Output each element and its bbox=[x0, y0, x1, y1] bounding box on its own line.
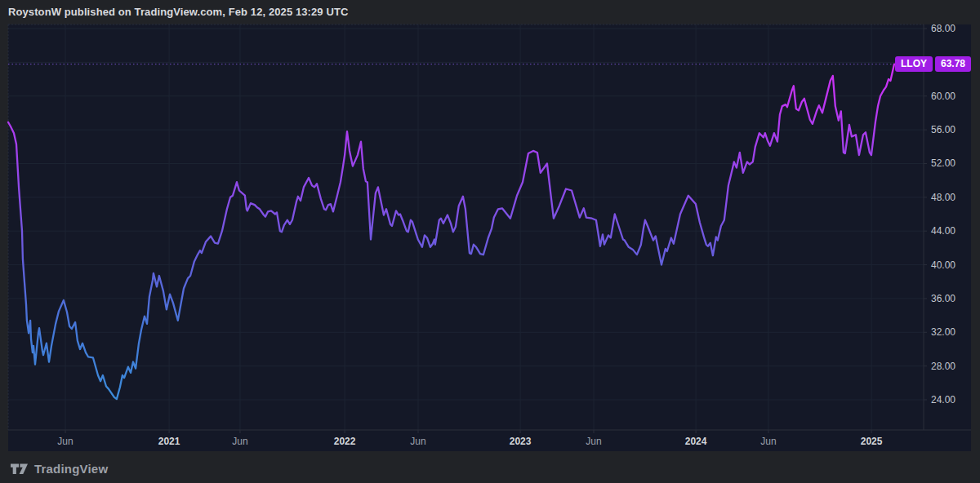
x-axis-label: Jun bbox=[392, 435, 444, 448]
y-axis-label: 56.00 bbox=[931, 123, 970, 136]
y-axis-label: 36.00 bbox=[931, 292, 970, 305]
x-axis-label: Jun bbox=[39, 435, 91, 448]
y-axis-label: 24.00 bbox=[931, 393, 970, 406]
y-axis-label: 48.00 bbox=[931, 191, 970, 204]
brand-name: TradingView bbox=[34, 462, 108, 476]
x-axis-label: 2024 bbox=[670, 435, 722, 448]
footer-bar: TradingView bbox=[10, 459, 108, 478]
x-axis-label: Jun bbox=[214, 435, 266, 448]
price-chart[interactable] bbox=[0, 0, 980, 483]
last-price-badge: LLOY 63.78 bbox=[895, 56, 971, 72]
price-value-badge: 63.78 bbox=[935, 56, 971, 72]
y-axis-label: 44.00 bbox=[931, 224, 970, 237]
symbol-badge: LLOY bbox=[895, 56, 933, 72]
x-axis-label: 2023 bbox=[494, 435, 546, 448]
y-axis-label: 40.00 bbox=[931, 259, 970, 272]
y-axis-label: 28.00 bbox=[931, 360, 970, 373]
x-axis-label: 2025 bbox=[845, 435, 898, 448]
y-axis-label: 68.00 bbox=[931, 22, 970, 35]
x-axis-label: Jun bbox=[568, 435, 620, 448]
y-axis-label: 32.00 bbox=[931, 326, 970, 339]
x-axis-label: 2022 bbox=[318, 435, 371, 448]
x-axis-label: 2021 bbox=[143, 435, 195, 448]
y-axis-label: 60.00 bbox=[931, 90, 970, 103]
y-axis-label: 52.00 bbox=[931, 157, 970, 170]
tradingview-logo-icon bbox=[10, 462, 29, 476]
published-chart-page: RoystonW published on TradingView.com, F… bbox=[0, 0, 980, 483]
x-axis-label: Jun bbox=[742, 435, 795, 448]
